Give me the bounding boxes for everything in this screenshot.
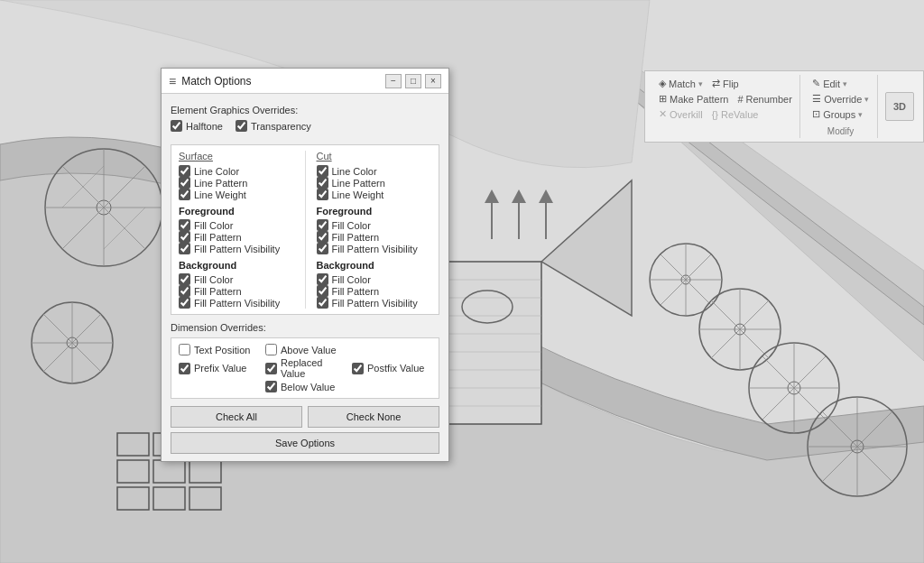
cut-line-weight-row[interactable]: Line Weight — [317, 189, 432, 200]
cut-foreground-label: Foreground — [317, 206, 432, 217]
groups-arrow-icon: ▾ — [858, 110, 863, 119]
surface-bg-fill-pattern-visibility-label: Fill Pattern Visibility — [194, 298, 280, 309]
ribbon-modify-label: Modify — [809, 126, 872, 136]
cut-line-weight-checkbox[interactable] — [317, 189, 328, 200]
cut-column: Cut Line Color Line Pattern Line Weight … — [317, 151, 432, 309]
surface-fg-fill-pattern-label: Fill Pattern — [194, 232, 242, 243]
surface-line-pattern-row[interactable]: Line Pattern — [179, 177, 294, 189]
surface-fg-fill-color-checkbox[interactable] — [179, 219, 190, 231]
postfix-value-checkbox[interactable] — [352, 363, 364, 374]
check-all-button[interactable]: Check All — [171, 406, 302, 428]
below-value-checkbox[interactable] — [265, 381, 277, 392]
surface-fg-fill-pattern-checkbox[interactable] — [179, 231, 190, 243]
cut-header: Cut — [317, 151, 432, 162]
replaced-value-row[interactable]: Replaced Value — [265, 357, 345, 379]
transparency-checkbox[interactable] — [236, 120, 247, 132]
surface-bg-fill-color-row[interactable]: Fill Color — [179, 273, 294, 285]
above-value-checkbox[interactable] — [265, 344, 277, 355]
header-checkboxes: Halftone Transparency — [171, 120, 439, 137]
replaced-value-checkbox[interactable] — [265, 363, 277, 374]
surface-bg-fill-pattern-visibility-row[interactable]: Fill Pattern Visibility — [179, 297, 294, 309]
dialog-close-button[interactable]: × — [425, 74, 441, 88]
dialog-restore-button[interactable]: □ — [405, 74, 421, 88]
edit-icon: ✎ — [812, 78, 820, 89]
surface-header: Surface — [179, 151, 294, 162]
flip-button[interactable]: ⇄ Flip — [709, 77, 742, 90]
surface-bg-fill-pattern-checkbox[interactable] — [179, 285, 190, 297]
surface-line-weight-checkbox[interactable] — [179, 189, 190, 200]
column-divider — [305, 151, 306, 309]
dimension-section: Text Position Above Value Prefix Value R… — [171, 337, 439, 399]
edit-arrow-icon: ▾ — [843, 79, 847, 88]
dialog-title-left: ≡ Match Options — [169, 74, 252, 88]
cut-bg-fill-color-checkbox[interactable] — [317, 273, 328, 285]
surface-fg-fill-pattern-row[interactable]: Fill Pattern — [179, 231, 294, 243]
cut-line-color-row[interactable]: Line Color — [317, 165, 432, 177]
prefix-value-row[interactable]: Prefix Value — [179, 357, 258, 379]
cut-bg-fill-pattern-visibility-row[interactable]: Fill Pattern Visibility — [317, 297, 432, 309]
renumber-button[interactable]: # Renumber — [735, 93, 794, 106]
text-position-label: Text Position — [194, 345, 250, 355]
svg-rect-24 — [433, 262, 541, 424]
groups-icon: ⊡ — [812, 108, 820, 120]
transparency-checkbox-row[interactable]: Transparency — [236, 120, 311, 132]
make-pattern-button[interactable]: ⊞ Make Pattern — [656, 92, 731, 106]
cut-fg-fill-pattern-checkbox[interactable] — [317, 231, 328, 243]
text-position-row[interactable]: Text Position — [179, 344, 258, 355]
halftone-checkbox[interactable] — [171, 120, 182, 132]
3d-button[interactable]: 3D — [885, 92, 914, 121]
surface-fg-fill-pattern-visibility-row[interactable]: Fill Pattern Visibility — [179, 243, 294, 254]
halftone-checkbox-row[interactable]: Halftone — [171, 120, 223, 132]
cut-fg-fill-pattern-row[interactable]: Fill Pattern — [317, 231, 432, 243]
below-value-label: Below Value — [281, 382, 335, 392]
prefix-value-checkbox[interactable] — [179, 363, 190, 374]
cut-fg-fill-pattern-label: Fill Pattern — [332, 232, 380, 243]
edit-button[interactable]: ✎ Edit ▾ — [809, 77, 850, 90]
surface-line-weight-row[interactable]: Line Weight — [179, 189, 294, 200]
surface-line-pattern-checkbox[interactable] — [179, 177, 190, 189]
groups-button[interactable]: ⊡ Groups ▾ — [809, 107, 865, 121]
cut-fg-fill-color-row[interactable]: Fill Color — [317, 219, 432, 231]
revalue-button[interactable]: {} ReValue — [709, 108, 762, 121]
cut-bg-fill-pattern-row[interactable]: Fill Pattern — [317, 285, 432, 297]
cut-bg-fill-pattern-visibility-label: Fill Pattern Visibility — [332, 298, 418, 309]
cut-bg-fill-pattern-label: Fill Pattern — [332, 286, 380, 297]
surface-bg-fill-pattern-row[interactable]: Fill Pattern — [179, 285, 294, 297]
cut-line-color-checkbox[interactable] — [317, 165, 328, 177]
cut-line-pattern-label: Line Pattern — [332, 178, 385, 189]
text-position-checkbox[interactable] — [179, 344, 190, 355]
surface-bg-fill-pattern-visibility-checkbox[interactable] — [179, 297, 190, 309]
cut-line-pattern-checkbox[interactable] — [317, 177, 328, 189]
renumber-icon: # — [737, 94, 743, 105]
cut-bg-fill-pattern-checkbox[interactable] — [317, 285, 328, 297]
surface-bg-fill-color-checkbox[interactable] — [179, 273, 190, 285]
match-options-dialog: ≡ Match Options − □ × Element Graphics O… — [161, 68, 449, 462]
save-options-button[interactable]: Save Options — [171, 432, 439, 454]
match-button[interactable]: ◈ Match ▾ — [656, 77, 706, 90]
cut-bg-fill-pattern-visibility-checkbox[interactable] — [317, 297, 328, 309]
surface-line-color-label: Line Color — [194, 166, 239, 177]
cut-fg-fill-color-checkbox[interactable] — [317, 219, 328, 231]
surface-line-color-row[interactable]: Line Color — [179, 165, 294, 177]
check-buttons-row: Check All Check None — [171, 406, 439, 428]
below-value-row[interactable]: Below Value — [265, 381, 345, 392]
surface-fg-fill-pattern-visibility-checkbox[interactable] — [179, 243, 190, 254]
dialog-titlebar[interactable]: ≡ Match Options − □ × — [162, 69, 448, 94]
cut-fg-fill-pattern-visibility-label: Fill Pattern Visibility — [332, 244, 418, 254]
cut-fg-fill-pattern-visibility-checkbox[interactable] — [317, 243, 328, 254]
above-value-row[interactable]: Above Value — [265, 344, 345, 355]
overkill-button[interactable]: ✕ Overkill — [656, 107, 706, 121]
override-button[interactable]: ☰ Override ▾ — [809, 92, 872, 106]
surface-fg-fill-pattern-visibility-label: Fill Pattern Visibility — [194, 244, 280, 254]
cut-bg-fill-color-row[interactable]: Fill Color — [317, 273, 432, 285]
dialog-minimize-button[interactable]: − — [385, 74, 402, 88]
dialog-title-icon: ≡ — [169, 74, 176, 88]
surface-fg-fill-color-row[interactable]: Fill Color — [179, 219, 294, 231]
check-none-button[interactable]: Check None — [308, 406, 439, 428]
cut-bg-fill-color-label: Fill Color — [332, 274, 371, 285]
postfix-value-row[interactable]: Postfix Value — [352, 357, 431, 379]
surface-line-color-checkbox[interactable] — [179, 165, 190, 177]
cut-line-pattern-row[interactable]: Line Pattern — [317, 177, 432, 189]
cut-fg-fill-pattern-visibility-row[interactable]: Fill Pattern Visibility — [317, 243, 432, 254]
cut-background-label: Background — [317, 260, 432, 271]
